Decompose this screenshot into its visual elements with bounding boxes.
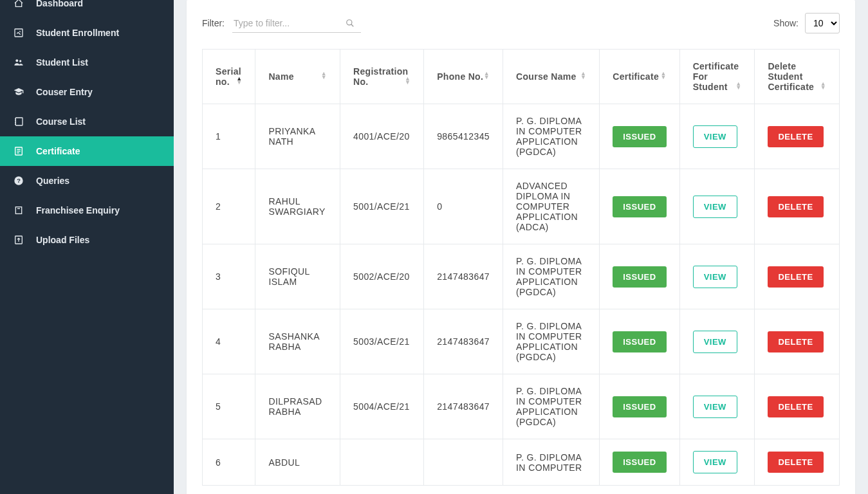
filter-label: Filter: (202, 18, 225, 28)
column-header[interactable]: Name▲▼ (255, 50, 340, 104)
column-header[interactable]: Phone No.▲▼ (424, 50, 503, 104)
table-cell: P. G. DIPLOMA IN COMPUTER APPLICATION (P… (503, 374, 600, 439)
table-cell (340, 439, 424, 486)
table-cell: 5001/ACE/21 (340, 169, 424, 244)
column-header[interactable]: Serial no.▲▼ (203, 50, 255, 104)
certificate-card: Filter: Show: 10 Serial no.▲▼Name (187, 0, 855, 494)
sidebar-item-upload-files[interactable]: Upload Files (0, 225, 174, 255)
sidebar-item-student-list[interactable]: Student List (0, 48, 174, 77)
view-button[interactable]: VIEW (693, 266, 737, 288)
sort-icon: ▲▼ (820, 82, 826, 89)
delete-button[interactable]: DELETE (768, 396, 823, 417)
view-button[interactable]: VIEW (693, 196, 737, 218)
issued-button[interactable]: ISSUED (613, 452, 666, 473)
issued-button[interactable]: ISSUED (613, 266, 666, 288)
filter-input[interactable] (232, 14, 361, 33)
issued-button[interactable]: ISSUED (613, 396, 666, 417)
filter-box: Filter: (202, 14, 355, 33)
table-cell: 2147483647 (424, 374, 503, 439)
table-cell: RAHUL SWARGIARY (255, 169, 340, 244)
search-button[interactable] (346, 19, 355, 28)
table-row: 6ABDULP. G. DIPLOMA IN COMPUTERISSUEDVIE… (203, 439, 840, 486)
table-cell: DILPRASAD RABHA (255, 374, 340, 439)
table-row: 4SASHANKA RABHA5003/ACE/212147483647P. G… (203, 309, 840, 374)
notebook-icon (13, 116, 24, 127)
column-label: Registration No. (353, 66, 408, 87)
delete-button[interactable]: DELETE (768, 196, 823, 217)
delete-button[interactable]: DELETE (768, 452, 823, 473)
svg-rect-3 (15, 118, 23, 125)
table-row: 2RAHUL SWARGIARY5001/ACE/210ADVANCED DIP… (203, 169, 840, 244)
column-header[interactable]: Registration No.▲▼ (340, 50, 424, 104)
sort-icon: ▲▼ (236, 77, 242, 84)
table-cell: ISSUED (600, 104, 679, 169)
issued-button[interactable]: ISSUED (613, 196, 666, 217)
sidebar-item-franchisee-enquiry[interactable]: Franchisee Enquiry (0, 196, 174, 225)
delete-button[interactable]: DELETE (768, 126, 823, 147)
table-cell: DELETE (755, 309, 840, 374)
sidebar-item-label: Franchisee Enquiry (36, 205, 120, 215)
table-cell: DELETE (755, 104, 840, 169)
view-button[interactable]: VIEW (693, 125, 737, 148)
table-cell: 2 (203, 169, 255, 244)
table-cell: 0 (424, 169, 503, 244)
show-box: Show: 10 (773, 13, 840, 33)
sidebar-item-queries[interactable]: ?Queries (0, 166, 174, 196)
table-cell: ISSUED (600, 169, 679, 244)
table-cell: ADVANCED DIPLOMA IN COMPUTER APPLICATION… (503, 169, 600, 244)
upload-icon (13, 234, 24, 246)
column-label: Certificate For Student (693, 61, 739, 92)
table-cell: VIEW (679, 439, 755, 486)
search-icon (346, 19, 355, 28)
table-cell: SASHANKA RABHA (255, 309, 340, 374)
certificate-table: Serial no.▲▼Name▲▼Registration No.▲▼Phon… (202, 49, 840, 486)
table-cell: VIEW (679, 374, 755, 439)
delete-button[interactable]: DELETE (768, 331, 823, 352)
sidebar-item-label: Student List (36, 57, 88, 68)
table-cell: PRIYANKA NATH (255, 104, 340, 169)
sort-icon: ▲▼ (484, 71, 490, 79)
view-button[interactable]: VIEW (693, 331, 737, 353)
sort-icon: ▲▼ (735, 82, 741, 89)
sidebar-item-student-enrollment[interactable]: Student Enrollment (0, 18, 174, 48)
column-header[interactable]: Delete Student Certificate▲▼ (755, 50, 840, 104)
grad-icon (13, 86, 24, 98)
users-icon (13, 57, 24, 68)
table-cell: DELETE (755, 374, 840, 439)
show-select[interactable]: 10 (805, 13, 840, 33)
sidebar-item-certificate[interactable]: Certificate (0, 136, 174, 166)
sidebar-item-label: Dashboard (36, 0, 83, 8)
table-cell: 2147483647 (424, 309, 503, 374)
table-cell: ISSUED (600, 439, 679, 486)
column-header[interactable]: Certificate▲▼ (600, 50, 679, 104)
help-icon: ? (13, 175, 24, 187)
sidebar-item-label: Couser Entry (36, 87, 93, 97)
table-cell: 5004/ACE/21 (340, 374, 424, 439)
table-cell: 3 (203, 244, 255, 309)
sidebar-item-label: Student Enrollment (36, 28, 119, 38)
column-header[interactable]: Certificate For Student▲▼ (679, 50, 755, 104)
sidebar-item-couser-entry[interactable]: Couser Entry (0, 77, 174, 107)
table-cell: 2147483647 (424, 244, 503, 309)
table-row: 5DILPRASAD RABHA5004/ACE/212147483647P. … (203, 374, 840, 439)
table-row: 3SOFIQUL ISLAM5002/ACE/202147483647P. G.… (203, 244, 840, 309)
sidebar-item-course-list[interactable]: Course List (0, 107, 174, 136)
sort-icon: ▲▼ (405, 77, 411, 84)
table-cell: VIEW (679, 244, 755, 309)
table-cell: P. G. DIPLOMA IN COMPUTER APPLICATION (P… (503, 244, 600, 309)
show-label: Show: (773, 18, 799, 28)
sidebar-item-label: Upload Files (36, 235, 89, 245)
sidebar-item-dashboard[interactable]: Dashboard (0, 0, 174, 18)
view-button[interactable]: VIEW (693, 396, 737, 418)
column-label: Certificate (613, 71, 659, 82)
table-cell (424, 439, 503, 486)
sidebar: DashboardStudent EnrollmentStudent ListC… (0, 0, 174, 494)
issued-button[interactable]: ISSUED (613, 331, 666, 352)
column-header[interactable]: Course Name▲▼ (503, 50, 600, 104)
issued-button[interactable]: ISSUED (613, 126, 666, 147)
delete-button[interactable]: DELETE (768, 266, 823, 288)
table-cell: VIEW (679, 169, 755, 244)
svg-point-16 (347, 20, 352, 25)
view-button[interactable]: VIEW (693, 451, 737, 473)
flag-icon (13, 205, 24, 216)
